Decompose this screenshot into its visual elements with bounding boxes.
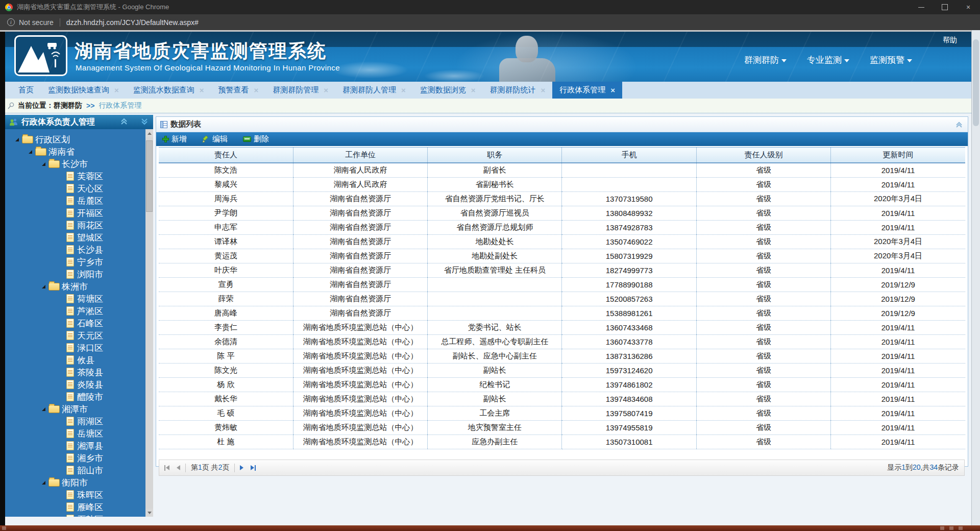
tree-item-开福区[interactable]: 开福区 xyxy=(5,207,153,219)
tree-item-荷塘区[interactable]: 荷塘区 xyxy=(5,293,153,305)
table-row[interactable]: 叶庆华湖南省自然资源厅省厅地质勘查管理处 主任科员18274999773省级20… xyxy=(159,263,965,278)
taskbar-tray-icon[interactable] xyxy=(959,526,963,530)
tree-item-宁乡市[interactable]: 宁乡市 xyxy=(5,256,153,268)
security-label[interactable]: Not secure xyxy=(19,18,54,27)
next-page-button[interactable] xyxy=(240,465,243,470)
tree-item-雨花区[interactable]: 雨花区 xyxy=(5,219,153,231)
tree-item-天心区[interactable]: 天心区 xyxy=(5,182,153,195)
scrollbar-thumb[interactable] xyxy=(146,140,153,212)
tab-监测数据浏览[interactable]: 监测数据浏览× xyxy=(413,82,483,99)
column-header-职务[interactable]: 职务 xyxy=(428,148,562,163)
table-row[interactable]: 李贵仁湖南省地质环境监测总站（中心）党委书记、站长13607433468省级20… xyxy=(159,321,965,335)
delete-button[interactable]: 删除 xyxy=(243,134,269,144)
tab-close-icon[interactable]: × xyxy=(401,86,406,94)
expand-arrow-icon[interactable] xyxy=(42,162,45,166)
tree-item-长沙县[interactable]: 长沙县 xyxy=(5,244,153,256)
tab-监测流水数据查询[interactable]: 监测流水数据查询× xyxy=(126,82,211,99)
minimize-button[interactable] xyxy=(910,0,933,14)
help-link[interactable]: 帮助 xyxy=(943,36,957,45)
tab-首页[interactable]: 首页 xyxy=(11,82,41,99)
tree-item-望城区[interactable]: 望城区 xyxy=(5,231,153,244)
last-page-button[interactable] xyxy=(251,465,256,471)
taskbar-icon[interactable] xyxy=(2,526,6,530)
tree-item-湖南省[interactable]: 湖南省 xyxy=(5,146,153,158)
table-row[interactable]: 宣勇湖南省自然资源厅17788990188省级2019/12/9 xyxy=(159,278,965,292)
taskbar-tray-icon[interactable] xyxy=(949,526,953,530)
tree-item-浏阳市[interactable]: 浏阳市 xyxy=(5,268,153,280)
tab-预警查看[interactable]: 预警查看× xyxy=(211,82,266,99)
sidebar-scrollbar[interactable] xyxy=(145,129,153,517)
browser-scrollbar[interactable] xyxy=(971,30,980,525)
table-row[interactable]: 陈文浩湖南省人民政府副省长省级2019/4/11 xyxy=(159,163,965,178)
table-row[interactable]: 尹学朗湖南省自然资源厅省自然资源厅巡视员13808489932省级2019/4/… xyxy=(159,206,965,221)
scroll-up-button[interactable] xyxy=(145,129,153,137)
table-row[interactable]: 戴长华湖南省地质环境监测总站（中心）副站长13974834608省级2019/4… xyxy=(159,392,965,406)
table-row[interactable]: 黎咸兴湖南省人民政府省副秘书长省级2019/4/11 xyxy=(159,178,965,192)
column-header-更新时间[interactable]: 更新时间 xyxy=(831,148,965,163)
tree-item-湘潭市[interactable]: 湘潭市 xyxy=(5,403,153,415)
table-row[interactable]: 陈文光湖南省地质环境监测总站（中心）副站长15973124620省级2019/4… xyxy=(159,364,965,378)
tab-close-icon[interactable]: × xyxy=(610,86,615,94)
tree-item-炎陵县[interactable]: 炎陵县 xyxy=(5,378,153,391)
tab-close-icon[interactable]: × xyxy=(114,86,119,94)
table-row[interactable]: 薛荣湖南省自然资源厅15200857263省级2019/12/9 xyxy=(159,292,965,306)
expand-arrow-icon[interactable] xyxy=(42,481,45,485)
tab-close-icon[interactable]: × xyxy=(471,86,476,94)
tree-item-渌口区[interactable]: 渌口区 xyxy=(5,342,153,354)
tree-item-天元区[interactable]: 天元区 xyxy=(5,329,153,342)
tab-close-icon[interactable]: × xyxy=(324,86,328,94)
tree-item-攸县[interactable]: 攸县 xyxy=(5,354,153,366)
tab-行政体系管理[interactable]: 行政体系管理× xyxy=(552,82,622,99)
tree-item-岳麓区[interactable]: 岳麓区 xyxy=(5,195,153,207)
tree-item-石鼓区[interactable]: 石鼓区 xyxy=(5,513,153,517)
table-row[interactable]: 申志军湖南省自然资源厅省自然资源厅总规划师13874928783省级2019/4… xyxy=(159,221,965,235)
first-page-button[interactable] xyxy=(164,465,169,471)
tree-item-珠晖区[interactable]: 珠晖区 xyxy=(5,489,153,501)
tree-item-湘乡市[interactable]: 湘乡市 xyxy=(5,452,153,464)
table-row[interactable]: 黄运茂湖南省自然资源厅地勘处副处长15807319929省级2020年3月4日 xyxy=(159,249,965,263)
table-row[interactable]: 杜 施湖南省地质环境监测总站（中心）应急办副主任13507310081省级201… xyxy=(159,435,965,449)
close-button[interactable]: × xyxy=(957,0,980,14)
tab-close-icon[interactable]: × xyxy=(200,86,204,94)
scroll-down-button[interactable] xyxy=(145,509,153,517)
prev-page-button[interactable] xyxy=(177,465,180,470)
taskbar-tray-icon[interactable] xyxy=(940,526,944,530)
tree-item-茶陵县[interactable]: 茶陵县 xyxy=(5,366,153,378)
table-row[interactable]: 谭译林湖南省自然资源厅地勘处处长13507469022省级2020年3月4日 xyxy=(159,235,965,249)
tab-群测群防人管理[interactable]: 群测群防人管理× xyxy=(335,82,413,99)
tree-item-醴陵市[interactable]: 醴陵市 xyxy=(5,391,153,403)
table-row[interactable]: 陈 平湖南省地质环境监测总站（中心）副站长、应急中心副主任13873136286… xyxy=(159,349,965,364)
edit-button[interactable]: 编辑 xyxy=(202,134,228,144)
table-row[interactable]: 周海兵湖南省自然资源厅省自然资源厅党组书记、厅长13707319580省级202… xyxy=(159,192,965,206)
column-header-手机[interactable]: 手机 xyxy=(562,148,696,163)
tab-close-icon[interactable]: × xyxy=(541,86,546,94)
column-header-责任人[interactable]: 责任人 xyxy=(159,148,293,163)
tree-item-雨湖区[interactable]: 雨湖区 xyxy=(5,415,153,427)
tree-item-芦淞区[interactable]: 芦淞区 xyxy=(5,305,153,317)
tab-监测数据快速查询[interactable]: 监测数据快速查询× xyxy=(41,82,126,99)
tree-item-韶山市[interactable]: 韶山市 xyxy=(5,464,153,476)
column-header-责任人级别[interactable]: 责任人级别 xyxy=(696,148,830,163)
taskbar[interactable] xyxy=(0,525,980,531)
address-bar[interactable]: i Not secure dzzh.hndzhj.com/JCYJ/Defaul… xyxy=(0,14,980,32)
table-row[interactable]: 唐高峰湖南省自然资源厅15388981261省级2019/12/9 xyxy=(159,306,965,321)
nav-item-qcqf[interactable]: 群测群防 xyxy=(744,54,787,66)
maximize-button[interactable] xyxy=(933,0,957,14)
url-text[interactable]: dzzh.hndzhj.com/JCYJ/DefaultNew.aspx# xyxy=(66,18,199,27)
scrollbar-thumb[interactable] xyxy=(973,39,979,126)
nav-item-jcyj[interactable]: 监测预警 xyxy=(870,54,912,66)
tree-item-岳塘区[interactable]: 岳塘区 xyxy=(5,427,153,440)
collapse-up-icon[interactable] xyxy=(120,118,128,125)
tree-item-湘潭县[interactable]: 湘潭县 xyxy=(5,440,153,452)
expand-arrow-icon[interactable] xyxy=(29,150,32,154)
tree-item-衡阳市[interactable]: 衡阳市 xyxy=(5,476,153,489)
info-icon[interactable]: i xyxy=(7,18,15,26)
tree-item-长沙市[interactable]: 长沙市 xyxy=(5,158,153,170)
add-button[interactable]: 新增 xyxy=(162,134,187,144)
tree-item-石峰区[interactable]: 石峰区 xyxy=(5,317,153,329)
tree-item-雁峰区[interactable]: 雁峰区 xyxy=(5,501,153,513)
table-row[interactable]: 黄炜敏湖南省地质环境监测总站（中心）地灾预警室主任13974955819省级20… xyxy=(159,421,965,435)
tab-close-icon[interactable]: × xyxy=(254,86,259,94)
collapse-down-icon[interactable] xyxy=(141,118,148,125)
nav-item-zyjc[interactable]: 专业监测 xyxy=(807,54,849,66)
